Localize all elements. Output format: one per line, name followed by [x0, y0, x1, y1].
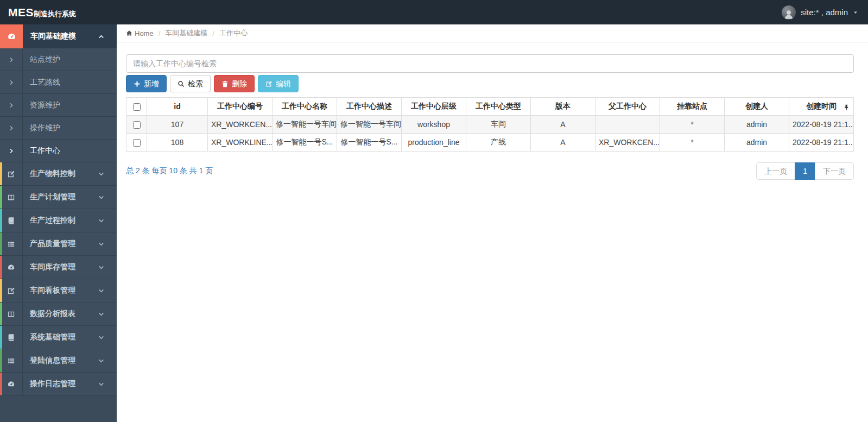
breadcrumb-item[interactable]: 车间基础建模: [165, 28, 207, 38]
sidebar-group-data-analysis[interactable]: 数据分析报表: [0, 303, 117, 326]
cell-id: 108: [147, 134, 208, 152]
sidebar-group-label: 生产计划管理: [23, 186, 98, 209]
cell-version: A: [531, 116, 595, 134]
cell-level: production_line: [402, 134, 466, 152]
column-header: 创建人: [725, 98, 789, 116]
row-checkbox[interactable]: [133, 121, 141, 129]
user-icon: [783, 9, 794, 20]
sidebar-group-plan-management[interactable]: 生产计划管理: [0, 186, 117, 209]
home-icon: [126, 30, 132, 36]
edit-button[interactable]: 编辑: [258, 75, 299, 92]
stripe: [0, 373, 2, 395]
sidebar-item-process-route[interactable]: 工艺路线: [0, 71, 117, 94]
chevron-down-icon: [98, 162, 117, 185]
column-header: id: [147, 98, 208, 116]
column-header-label: 创建时间: [806, 102, 837, 110]
cell-name: 修一智能一号车间: [273, 116, 337, 134]
column-header: 父工作中心: [595, 98, 660, 116]
sidebar-group-operation-log[interactable]: 操作日志管理: [0, 373, 117, 396]
add-button-label: 新增: [144, 80, 159, 87]
stripe: [0, 349, 2, 372]
main-content: Home / 车间基础建模 / 工作中心 新增 检索 删除 编辑: [117, 24, 868, 422]
chevron-down-icon: [98, 186, 117, 209]
stripe: [0, 279, 2, 302]
chevron-down-icon: [98, 279, 117, 302]
cell-code: XR_WORKCEN...: [208, 116, 273, 134]
column-header: 挂靠站点: [660, 98, 725, 116]
row-checkbox[interactable]: [133, 139, 141, 147]
search-input[interactable]: [126, 54, 854, 73]
sidebar-item-operation-maintenance[interactable]: 操作维护: [0, 117, 117, 140]
pagination-bar: 总 2 条 每页 10 条 共 1 页 上一页 1 下一页: [126, 162, 854, 180]
pin-icon[interactable]: [844, 102, 850, 111]
cell-parent: XR_WORKCEN...: [595, 134, 660, 152]
delete-button-label: 删除: [232, 80, 247, 87]
cell-type: 车间: [466, 116, 531, 134]
sidebar-item-resource-maintenance[interactable]: 资源维护: [0, 94, 117, 117]
table-row[interactable]: 108 XR_WORKLINE... 修一智能一号S... 修一智能一号S...…: [126, 134, 854, 152]
sidebar-item-site-maintenance[interactable]: 站点维护: [0, 48, 117, 71]
edit-icon: [0, 279, 23, 302]
cell-created-time: 2022-08-19 21:1...: [789, 134, 854, 152]
stripe: [0, 162, 2, 185]
book-icon: [0, 209, 23, 232]
column-header: 工作中心层级: [402, 98, 466, 116]
sidebar-group-label: 车间看板管理: [23, 279, 98, 302]
sidebar-group-quality-management[interactable]: 产品质量管理: [0, 232, 117, 256]
stripe: [0, 326, 2, 349]
chevron-down-icon: [98, 326, 117, 349]
page-1-button[interactable]: 1: [795, 162, 815, 180]
column-header: 工作中心描述: [337, 98, 402, 116]
trash-icon: [221, 80, 229, 87]
breadcrumb-home-label: Home: [135, 29, 154, 37]
cell-level: workshop: [402, 116, 466, 134]
cell-created-time: 2022-08-19 21:1...: [789, 116, 854, 134]
stripe: [0, 303, 2, 325]
sidebar-group-workshop-modeling[interactable]: 车间基础建模: [0, 24, 117, 48]
search-button[interactable]: 检索: [170, 75, 211, 92]
sidebar-group-label: 车间基础建模: [23, 24, 98, 48]
toolbar: 新增 检索 删除 编辑: [126, 75, 854, 92]
chevron-down-icon: [98, 256, 117, 279]
cell-code: XR_WORKLINE...: [208, 134, 273, 152]
sidebar-group-kanban-management[interactable]: 车间看板管理: [0, 279, 117, 303]
user-menu[interactable]: site:* , admin: [782, 5, 868, 20]
chevron-down-icon: [98, 349, 117, 372]
edit-icon: [265, 80, 273, 87]
dashboard-icon: [0, 24, 23, 48]
sidebar-group-label: 生产过程控制: [23, 209, 98, 232]
next-page-button[interactable]: 下一页: [815, 162, 854, 180]
columns-icon: [0, 186, 23, 209]
sidebar-group-login-info[interactable]: 登陆信息管理: [0, 349, 117, 373]
cell-description: 修一智能一号车间: [337, 116, 402, 134]
pagination-summary: 总 2 条 每页 10 条 共 1 页: [126, 166, 213, 176]
sidebar-item-work-center[interactable]: 工作中心: [0, 140, 117, 162]
column-header: 工作中心编号: [208, 98, 273, 116]
select-all-checkbox[interactable]: [133, 103, 141, 111]
add-button[interactable]: 新增: [126, 75, 167, 92]
sidebar-group-label: 生产物料控制: [23, 162, 98, 185]
table-row[interactable]: 107 XR_WORKCEN... 修一智能一号车间 修一智能一号车间 work…: [126, 116, 854, 134]
sidebar-group-process-control[interactable]: 生产过程控制: [0, 209, 117, 232]
delete-button[interactable]: 删除: [214, 75, 255, 92]
sidebar-group-inventory-management[interactable]: 车间库存管理: [0, 256, 117, 279]
sidebar-item-label: 工作中心: [23, 140, 117, 162]
cell-parent: [595, 116, 660, 134]
sidebar-group-label: 登陆信息管理: [23, 349, 98, 372]
cell-version: A: [531, 134, 595, 152]
topbar: MES制造执行系统 site:* , admin: [0, 0, 868, 24]
breadcrumb-separator: /: [212, 29, 214, 37]
prev-page-button[interactable]: 上一页: [756, 162, 795, 180]
caret-down-icon: [853, 10, 858, 15]
chevron-down-icon: [98, 303, 117, 325]
sidebar: 车间基础建模 站点维护 工艺路线 资源维护 操作维护 工作中心 生产物料控制 生…: [0, 24, 117, 422]
sidebar-group-material-control[interactable]: 生产物料控制: [0, 162, 117, 186]
book-icon: [0, 326, 23, 349]
sidebar-group-system-management[interactable]: 系统基础管理: [0, 326, 117, 349]
stripe: [0, 256, 2, 279]
sidebar-item-label: 操作维护: [23, 117, 117, 139]
stripe: [0, 232, 2, 255]
breadcrumb-home[interactable]: Home: [126, 29, 154, 37]
breadcrumb-separator: /: [159, 29, 161, 37]
chevron-right-icon: [0, 71, 23, 93]
